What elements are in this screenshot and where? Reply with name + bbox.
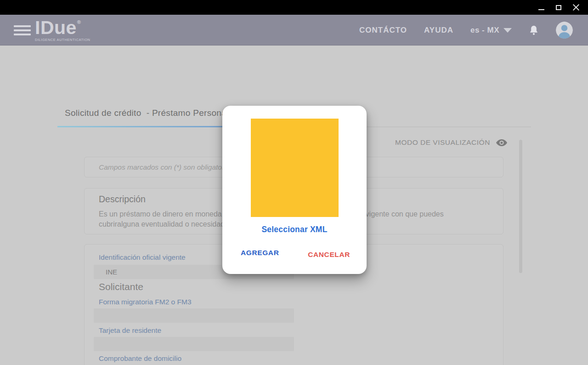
input-identificacion-value: INE	[106, 268, 117, 276]
window-minimize-button[interactable]	[535, 1, 548, 13]
nav-ayuda[interactable]: AYUDA	[424, 26, 453, 35]
agregar-button[interactable]: AGREGAR	[241, 249, 279, 257]
maximize-icon	[556, 5, 561, 10]
view-mode-toggle[interactable]: MODO DE VISUALIZACIÓN	[395, 138, 507, 147]
field-label-forma-migratoria: Forma migratoria FM2 o FM3	[99, 298, 192, 306]
field-label-comprobante-domicilio: Comprobante de domicilio	[99, 354, 181, 363]
document-preview	[251, 119, 339, 217]
required-note: Campos marcados con (*) son obligatorios	[99, 163, 233, 171]
eye-icon	[496, 139, 507, 146]
input-forma-migratoria[interactable]	[94, 308, 294, 323]
select-xml-dialog: Seleccionar XML AGREGAR CANCELAR	[222, 106, 367, 274]
chevron-down-icon	[503, 28, 512, 33]
close-icon	[572, 4, 580, 11]
notifications-bell-icon[interactable]	[529, 24, 539, 36]
app-window: IDue® DILIGENCE AUTHENTICATION CONTÁCTO …	[0, 0, 588, 365]
window-maximize-button[interactable]	[552, 1, 565, 13]
brand-logo: IDue® DILIGENCE AUTHENTICATION	[35, 18, 90, 42]
field-label-identificacion: Identificación oficial vigente	[99, 253, 186, 262]
description-heading: Descripción	[99, 194, 146, 205]
nav-contacto[interactable]: CONTÁCTO	[359, 26, 407, 35]
header-actions: CONTÁCTO AYUDA es - MX	[359, 15, 573, 46]
dialog-title: Seleccionar XML	[222, 225, 367, 234]
minimize-icon	[538, 9, 544, 10]
hamburger-menu-icon[interactable]	[14, 25, 31, 38]
app-header: IDue® DILIGENCE AUTHENTICATION CONTÁCTO …	[0, 15, 588, 46]
language-label: es - MX	[470, 26, 499, 35]
description-text-line2: cubriralguna eventualidad o necesidad.	[99, 220, 226, 228]
input-tarjeta-residente[interactable]	[94, 337, 294, 351]
scrollbar-thumb[interactable]	[519, 140, 522, 273]
view-mode-label: MODO DE VISUALIZACIÓN	[395, 138, 490, 147]
field-label-tarjeta-residente: Tarjeta de residente	[99, 326, 161, 335]
registered-mark-icon: ®	[77, 19, 81, 25]
user-avatar[interactable]	[556, 22, 573, 39]
window-titlebar	[0, 0, 588, 15]
window-close-button[interactable]	[570, 1, 582, 13]
brand-tagline: DILIGENCE AUTHENTICATION	[35, 38, 90, 42]
brand-name: IDue®	[35, 18, 90, 37]
language-selector[interactable]: es - MX	[470, 26, 512, 35]
cancelar-button[interactable]: CANCELAR	[308, 251, 350, 259]
section-heading-solicitante: Solicitante	[99, 281, 143, 292]
